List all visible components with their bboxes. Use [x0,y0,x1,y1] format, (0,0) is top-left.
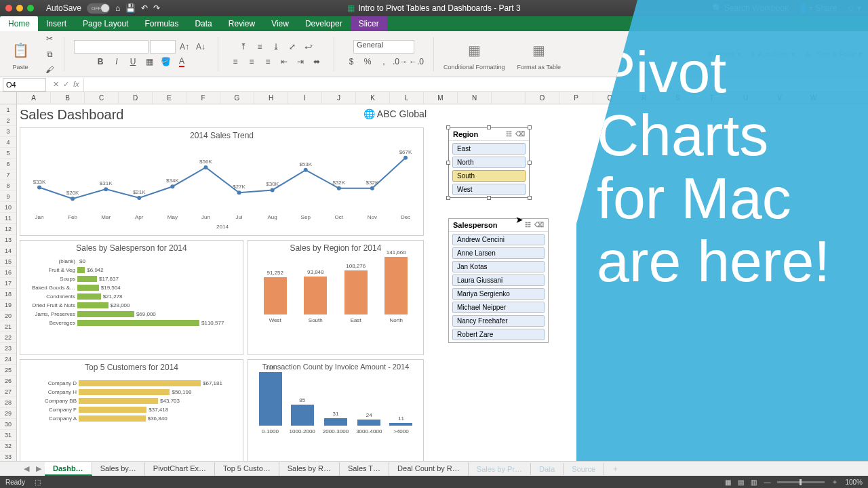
view-normal-icon[interactable]: ▦ [725,479,731,486]
sheet-tab[interactable]: Sales by… [92,462,145,476]
chart-sales-by-region[interactable]: Sales by Region for 2014 91,252West93,84… [248,240,424,355]
col-header[interactable]: C [85,92,119,104]
slicer-option[interactable]: Mariya Sergienko [452,288,545,300]
row-header[interactable]: 20 [0,310,16,321]
view-layout-icon[interactable]: ▤ [738,479,744,486]
slicer-option[interactable]: West [452,184,526,195]
conditional-formatting-button[interactable]: ▦Conditional Formatting [441,35,508,74]
row-header[interactable]: 5 [0,148,16,159]
tab-context-slicer[interactable]: Slicer [351,16,387,31]
align-right-icon[interactable]: ≡ [260,55,275,68]
row-header[interactable]: 15 [0,256,16,267]
row-header[interactable]: 31 [0,430,16,441]
redo-icon[interactable]: ↷ [153,3,160,13]
sheet-tab[interactable]: Dashb… [45,462,92,476]
tab-home[interactable]: Home [0,16,38,31]
home-icon[interactable]: ⌂ [115,3,120,13]
chart-sales-by-salesperson[interactable]: Sales by Salesperson for 2014 (blank)$0F… [20,240,243,355]
number-format-select[interactable]: General [353,40,414,54]
tab-page-layout[interactable]: Page Layout [75,16,136,31]
font-select[interactable] [74,40,149,54]
row-header[interactable]: 8 [0,180,16,191]
chart-sales-trend[interactable]: 2014 Sales Trend $33K$20K$31K$21K$34K$56… [20,127,424,236]
slicer-option[interactable]: Laura Giussani [452,274,545,286]
merge-icon[interactable]: ⬌ [309,55,324,68]
zoom-window-icon[interactable] [27,5,34,12]
row-header[interactable]: 30 [0,419,16,430]
zoom-slider[interactable] [777,481,825,483]
row-header[interactable]: 25 [0,365,16,375]
sheet-tab[interactable]: Sales T… [340,462,389,476]
format-as-table-button[interactable]: ▦Format as Table [515,35,564,74]
row-header[interactable]: 4 [0,137,16,148]
cancel-formula-icon[interactable]: ✕ [53,80,59,89]
row-header[interactable]: 27 [0,386,16,397]
sheet-tab[interactable]: Deal Count by R… [389,462,469,476]
sheet-tab[interactable]: Sales by R… [279,462,340,476]
row-header[interactable]: 16 [0,267,16,278]
decrease-indent-icon[interactable]: ⇤ [277,55,292,68]
slicer-option[interactable]: North [452,157,526,168]
sheet-tab[interactable]: PivotChart Ex… [145,462,215,476]
sheet-tab[interactable]: Source [564,463,604,475]
col-header[interactable] [492,92,526,104]
decrease-decimal-icon[interactable]: ←.0 [409,55,424,68]
col-header[interactable]: I [288,92,322,104]
paste-group[interactable]: 📋 Paste [5,35,35,74]
new-sheet-button[interactable]: ＋ [608,464,623,474]
col-header[interactable]: F [186,92,220,104]
col-header[interactable]: M [424,92,458,104]
col-header[interactable]: K [356,92,390,104]
font-color-icon[interactable]: A [174,55,189,68]
col-header[interactable]: L [390,92,424,104]
slicer-option[interactable]: Michael Neipper [452,302,545,313]
zoom-level[interactable]: 100% [845,479,863,486]
row-header[interactable]: 28 [0,397,16,408]
slicer-option[interactable]: Nancy Freehafer [452,315,545,327]
comma-icon[interactable]: , [376,55,391,68]
row-header[interactable]: 23 [0,343,16,354]
wrap-text-icon[interactable]: ⮐ [301,40,316,54]
fill-color-icon[interactable]: 🪣 [158,55,173,68]
row-header[interactable]: 13 [0,235,16,245]
format-painter-icon[interactable]: 🖌 [42,63,57,77]
row-header[interactable]: 12 [0,224,16,235]
row-header[interactable]: 22 [0,332,16,343]
slicer-option[interactable]: South [452,170,526,182]
row-header[interactable]: 29 [0,408,16,419]
font-size-select[interactable] [150,40,176,54]
row-header[interactable]: 19 [0,300,16,310]
row-header[interactable]: 17 [0,278,16,289]
save-icon[interactable]: 💾 [125,3,136,13]
col-header[interactable]: H [254,92,288,104]
close-window-icon[interactable] [5,5,12,12]
slicer-option[interactable]: Jan Kotas [452,261,545,272]
col-header[interactable]: J [322,92,356,104]
tab-view[interactable]: View [263,16,297,31]
col-header[interactable]: E [153,92,186,104]
clear-filter-icon[interactable]: ⌫ [534,221,544,229]
sheet-tab[interactable]: Sales by Pr… [469,463,531,475]
row-header[interactable]: 26 [0,375,16,386]
zoom-in-icon[interactable]: ＋ [831,477,838,487]
col-header[interactable]: O [526,92,559,104]
align-top-icon[interactable]: ⤒ [236,40,251,54]
select-all-corner[interactable] [0,92,17,104]
row-header[interactable]: 10 [0,202,16,213]
slicer-option[interactable]: Robert Zare [452,329,545,340]
currency-icon[interactable]: $ [344,55,359,68]
autosave-toggle[interactable]: OFF [87,3,110,14]
tab-review[interactable]: Review [220,16,263,31]
row-header[interactable]: 32 [0,441,16,451]
orientation-icon[interactable]: ⤢ [285,40,300,54]
increase-indent-icon[interactable]: ⇥ [293,55,308,68]
row-header[interactable]: 14 [0,245,16,256]
row-header[interactable]: 21 [0,321,16,332]
tab-formulas[interactable]: Formulas [136,16,186,31]
tab-insert[interactable]: Insert [38,16,75,31]
row-header[interactable]: 3 [0,126,16,137]
slicer-salesperson[interactable]: Salesperson☷ ⌫ Andrew CenciniAnne Larsen… [448,218,549,343]
col-header[interactable]: G [220,92,254,104]
undo-icon[interactable]: ↶ [141,3,148,13]
align-middle-icon[interactable]: ≡ [252,40,267,54]
